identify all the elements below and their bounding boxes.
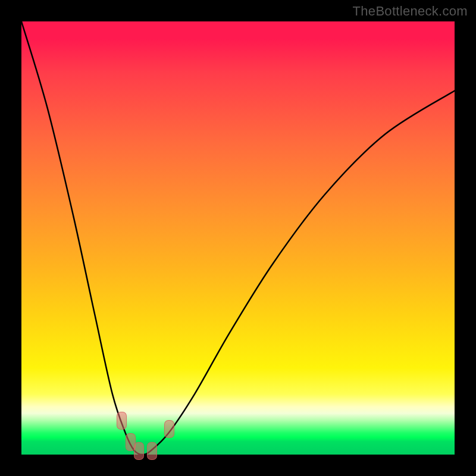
plot-area [21,21,455,455]
data-marker [147,442,157,460]
bottleneck-curve-path [21,21,455,455]
data-marker [134,442,144,460]
data-marker [164,420,174,438]
data-marker [117,412,127,430]
bottleneck-curve-svg [21,21,455,455]
chart-frame: TheBottleneck.com [0,0,476,476]
watermark-text: TheBottleneck.com [353,4,468,19]
